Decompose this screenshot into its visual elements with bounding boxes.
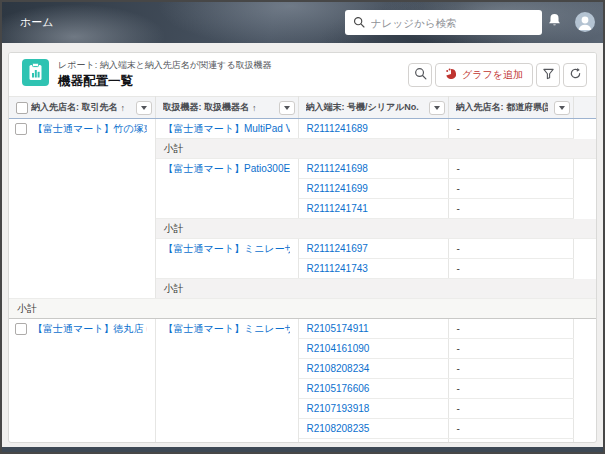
refresh-icon (569, 67, 582, 83)
subtotal-label: 小計 (155, 219, 596, 239)
column-header-prefecture: 納入先店名: 都道府県(請求先) (456, 101, 548, 114)
chevron-down-icon[interactable] (429, 101, 445, 115)
table-header-row: 納入先店名: 取引先名 ↑ 取扱機器: 取扱機器名 ↑ 納入端末: 号機/シリア… (9, 97, 596, 119)
app-window: ホーム (0, 0, 605, 454)
prefecture-cell: - (448, 259, 573, 279)
serial-link[interactable]: R2111241743 (307, 259, 440, 278)
machine-group-link[interactable]: 【富士通マート】Patio300E (3) (164, 159, 290, 178)
funnel-icon (542, 67, 555, 83)
bell-icon[interactable] (547, 12, 562, 32)
machine-group-link[interactable]: 【富士通マート】ミニレーザースキ... (164, 319, 290, 338)
prefecture-cell: - (448, 179, 573, 199)
serial-link[interactable]: R2105174911 (307, 319, 440, 338)
serial-link[interactable]: R2105174904 (307, 439, 440, 443)
prefecture-cell: - (448, 339, 573, 359)
report-header: レポート: 納入端末と納入先店名が関連する取扱機器 機器配置一覧 グラフを追加 (9, 53, 596, 96)
global-header: ホーム (2, 2, 603, 43)
arrow-up-icon: ↑ (121, 103, 126, 113)
filter-button[interactable] (536, 63, 560, 87)
global-search-input[interactable] (371, 17, 534, 29)
column-header-store: 納入先店名: 取引先名 (31, 101, 118, 114)
column-header-machine: 取扱機器: 取扱機器名 (163, 101, 250, 114)
chevron-down-icon[interactable] (279, 101, 295, 115)
store-group-link[interactable]: 【富士通マート】徳丸店 (7) (33, 319, 147, 338)
prefecture-cell: - (448, 399, 573, 419)
serial-link[interactable]: R2111241741 (307, 199, 440, 218)
row-checkbox[interactable] (15, 323, 27, 335)
refresh-button[interactable] (563, 63, 587, 87)
chart-icon (445, 68, 457, 82)
row-checkbox[interactable] (15, 123, 27, 135)
prefecture-cell: - (448, 119, 573, 139)
page-title: 機器配置一覧 (58, 73, 408, 90)
report-card: レポート: 納入端末と納入先店名が関連する取扱機器 機器配置一覧 グラフを追加 (8, 52, 597, 443)
table-row: 【富士通マート】徳丸店 (7) 【富士通マート】ミニレーザースキ... R210… (9, 319, 596, 339)
find-in-report-button[interactable] (408, 63, 432, 87)
chevron-down-icon[interactable] (136, 101, 152, 115)
serial-link[interactable]: R2111241698 (307, 159, 440, 178)
user-avatar-icon[interactable] (575, 12, 595, 32)
serial-link[interactable]: R2111241697 (307, 239, 440, 258)
prefecture-cell: - (448, 199, 573, 219)
table-row: 【富士通マート】竹の塚東店 (6) 【富士通マート】MultiPad V2 (1… (9, 119, 596, 139)
prefecture-cell: - (448, 419, 573, 439)
group-subtotal-row: 小計 (9, 299, 596, 319)
prefecture-cell: - (448, 379, 573, 399)
subtotal-label: 小計 (155, 279, 596, 299)
serial-link[interactable]: R2108208235 (307, 419, 440, 438)
column-header-serial: 納入端末: 号機/シリアルNo.（端末） (306, 101, 423, 114)
serial-link[interactable]: R2108208234 (307, 359, 440, 378)
prefecture-cell: - (448, 359, 573, 379)
report-clipboard-icon (22, 59, 49, 90)
machine-group-link[interactable]: 【富士通マート】ミニレーザースキ... (164, 239, 290, 258)
add-chart-button[interactable]: グラフを追加 (435, 63, 533, 87)
prefecture-cell: - (448, 239, 573, 259)
report-breadcrumb: レポート: 納入端末と納入先店名が関連する取扱機器 (58, 59, 408, 72)
machine-group-link[interactable]: 【富士通マート】MultiPad V2 (1) (164, 119, 290, 138)
store-group-link[interactable]: 【富士通マート】竹の塚東店 (6) (33, 119, 147, 138)
select-all-checkbox[interactable] (16, 102, 28, 114)
nav-home[interactable]: ホーム (20, 15, 54, 30)
arrow-up-icon: ↑ (252, 103, 257, 113)
search-icon (353, 14, 365, 32)
group-subtotal-label: 小計 (9, 299, 596, 319)
prefecture-cell: - (448, 319, 573, 339)
serial-link[interactable]: R2104161090 (307, 339, 440, 358)
search-icon (414, 67, 427, 83)
subtotal-label: 小計 (155, 139, 596, 159)
serial-link[interactable]: R2105176606 (307, 379, 440, 398)
serial-link[interactable]: R2111241689 (307, 119, 440, 138)
report-table: 納入先店名: 取引先名 ↑ 取扱機器: 取扱機器名 ↑ 納入端末: 号機/シリア… (9, 96, 596, 443)
serial-link[interactable]: R2111241699 (307, 179, 440, 198)
serial-link[interactable]: R2107193918 (307, 399, 440, 418)
add-chart-label: グラフを追加 (462, 68, 523, 82)
global-search[interactable] (345, 10, 542, 35)
prefecture-cell: - (448, 159, 573, 179)
window-bottom-edge (2, 447, 603, 452)
chevron-down-icon[interactable] (554, 101, 570, 115)
prefecture-cell: - (448, 439, 573, 444)
